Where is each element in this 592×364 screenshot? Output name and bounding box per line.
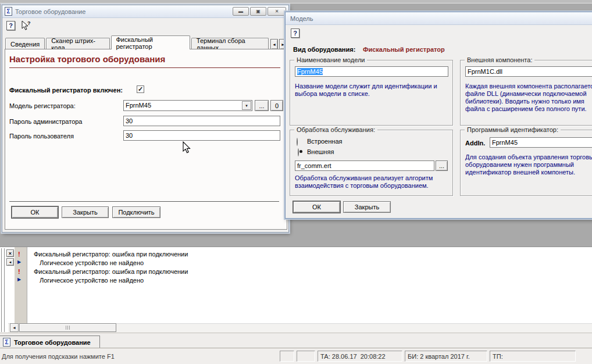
processing-browse-button[interactable]: ... — [436, 160, 448, 171]
ok-button[interactable]: ОК — [12, 206, 58, 218]
restore-icon[interactable]: ▣ — [250, 7, 266, 16]
radio-external-label: Внешняя — [307, 148, 334, 155]
progid-group-title: Программный идентификатор: — [465, 126, 561, 133]
model-name-group: Наименование модели FprnM45 Название мод… — [290, 60, 453, 126]
progid-field[interactable]: FprnM45 — [490, 137, 592, 148]
enabled-checkbox[interactable]: ✓ — [137, 85, 144, 93]
window-bar: Σ Торговое оборудование — [0, 333, 592, 348]
app-icon: Σ — [3, 338, 10, 347]
help-icon[interactable]: ? — [6, 21, 15, 30]
model-name-desc: Название модели служит для идентификации… — [295, 83, 447, 98]
user-password-field[interactable]: 30 — [123, 130, 280, 141]
fiscal-tab-content: Настройка торгового оборудования Фискаль… — [5, 49, 287, 230]
top-edge-strip — [0, 0, 592, 3]
main-window-title: Торговое оборудование — [15, 8, 85, 15]
scroll-left-icon[interactable]: ◄ — [10, 323, 19, 332]
svg-text:?: ? — [27, 20, 31, 26]
connect-button[interactable]: Подключить — [112, 206, 161, 218]
close-button[interactable]: Закрыть — [343, 201, 391, 213]
main-window-titlebar[interactable]: Σ Торговое оборудование ▬ ▣ ✕ — [2, 5, 288, 18]
minimize-icon[interactable]: ▬ — [233, 7, 249, 16]
kind-label: Вид оборудования: — [293, 46, 355, 53]
main-toolbar: ? ? — [2, 18, 288, 33]
admin-password-label: Пароль администратора — [9, 118, 83, 125]
settings-heading: Настройка торгового оборудования — [9, 54, 165, 64]
status-seg-tp: ТП: — [490, 351, 576, 362]
ok-button[interactable]: ОК — [293, 201, 340, 213]
radio-external[interactable] — [298, 148, 299, 156]
hscrollbar-thumb[interactable] — [19, 323, 116, 332]
status-seg-ta: ТА: 28.06.17 20:08:22 — [318, 351, 402, 362]
model-dialog-titlebar[interactable]: Модель — [286, 12, 592, 25]
help-icon[interactable]: ? — [291, 28, 299, 38]
message-row[interactable]: Фискальный регистратор: ошибка при подкл… — [34, 268, 188, 275]
progid-group: Программный идентификатор: AddIn. FprnM4… — [460, 130, 592, 196]
error-icon: ! — [18, 268, 20, 275]
addin-label: AddIn. — [465, 140, 485, 147]
panel-splitter[interactable] — [3, 248, 5, 332]
status-seg-empty — [297, 351, 315, 362]
admin-password-field[interactable]: 30 — [123, 116, 280, 126]
processing-file-field[interactable]: fr_comm.ert — [295, 160, 434, 171]
model-name-field[interactable]: FprnM45 — [295, 66, 448, 77]
radio-builtin-label: Встроенная — [307, 138, 342, 145]
heading-underline — [9, 67, 280, 68]
processing-group: Обработка обслуживания: Встроенная Внешн… — [290, 130, 453, 196]
status-seg-empty — [280, 351, 294, 362]
model-dialog-title: Модель — [290, 15, 313, 22]
detail-icon: ▶ — [17, 277, 21, 282]
desktop: { "colors": { "accent_red": "#8b1f1f", "… — [0, 0, 592, 364]
detail-icon: ▶ — [17, 259, 21, 265]
processing-desc: Обработка обслуживания реализует алгорит… — [295, 174, 447, 190]
close-icon[interactable]: ✕ — [268, 7, 286, 16]
radio-builtin[interactable] — [297, 138, 298, 146]
close-button[interactable]: Закрыть — [62, 206, 109, 218]
tab-scanner[interactable]: Сканер штрих-кода — [46, 38, 109, 49]
message-row[interactable]: Логическое устройство не найдено — [40, 277, 144, 284]
model-combobox[interactable]: FprnM45 ▼ — [123, 100, 252, 111]
progid-desc: Для создания объекта управления торговым… — [465, 154, 592, 176]
external-component-field[interactable]: FprnM1C.dll — [465, 66, 592, 77]
processing-group-title: Обработка обслуживания: — [294, 126, 377, 133]
kind-value: Фискальный регистратор — [363, 46, 445, 53]
mouse-cursor — [182, 141, 191, 154]
tab-terminal[interactable]: Терминал сбора данных — [191, 38, 269, 49]
main-window: Σ Торговое оборудование ▬ ▣ ✕ ? ? Сведен… — [2, 5, 289, 233]
model-browse-button[interactable]: ... — [255, 100, 269, 111]
external-component-desc: Каждая внешняя компонента располагается … — [465, 83, 592, 113]
window-bar-tab[interactable]: Σ Торговое оборудование — [0, 336, 100, 348]
chevron-down-icon[interactable]: ▼ — [242, 101, 251, 110]
external-component-group: Внешняя компонента: FprnM1C.dll Каждая в… — [460, 60, 592, 126]
status-hint: Для получения подсказки нажмите F1 — [2, 353, 115, 360]
tab-strip: Сведения Сканер штрих-кода Фискальный ре… — [5, 34, 287, 49]
error-icon: ! — [18, 251, 20, 258]
model-dialog: Модель ? Вид оборудования: Фискальный ре… — [285, 12, 592, 219]
app-icon: Σ — [5, 7, 12, 16]
enabled-label: Фискальный регистратор включен: — [9, 87, 123, 94]
window-bar-label: Торговое оборудование — [14, 339, 91, 346]
user-password-label: Пароль пользователя — [9, 133, 74, 140]
model-label: Модель регистратора: — [9, 102, 76, 109]
panel-close-icon[interactable]: × — [6, 249, 14, 257]
model-name-group-title: Наименование модели — [294, 56, 367, 63]
status-bar: Для получения подсказки нажмите F1 ТА: 2… — [0, 348, 592, 364]
external-component-group-title: Внешняя компонента: — [465, 56, 534, 63]
model-zero-button[interactable]: 0 — [270, 100, 283, 111]
status-seg-bi: БИ: 2 квартал 2017 г. — [405, 351, 487, 362]
tab-svedeniya[interactable]: Сведения — [5, 38, 45, 49]
tab-fiscal-registrar[interactable]: Фискальный регистратор — [111, 35, 190, 49]
message-row[interactable]: Фискальный регистратор: ошибка при подкл… — [34, 251, 188, 258]
context-help-icon[interactable]: ? — [20, 20, 32, 31]
message-row[interactable]: Логическое устройство не найдено — [40, 259, 144, 266]
buttons-separator — [9, 201, 279, 202]
tab-scroll-left-icon[interactable]: ◄ — [270, 39, 278, 49]
message-panel: × ◄ ! Фискальный регистратор: ошибка при… — [0, 247, 592, 333]
panel-splitter[interactable] — [1, 248, 2, 332]
panel-scroll-left-icon[interactable]: ◄ — [6, 258, 14, 266]
message-gutter — [15, 247, 27, 323]
window-controls: ▬ ▣ ✕ — [233, 7, 286, 16]
